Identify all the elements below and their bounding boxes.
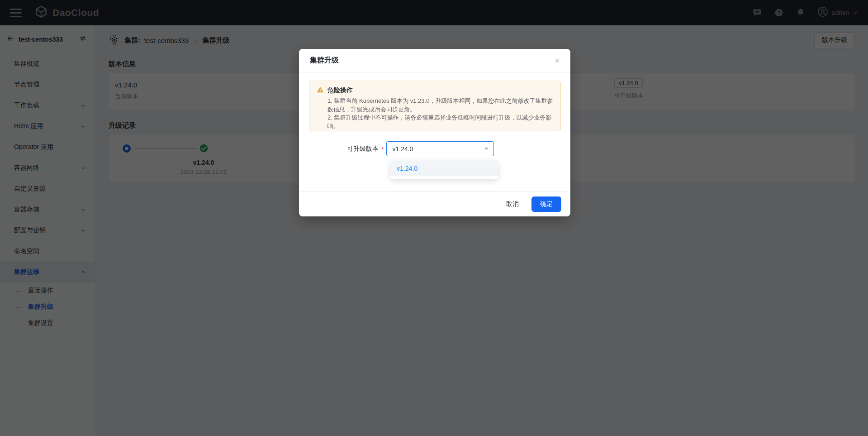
cluster-upgrade-modal: 集群升级 × 危险操作 1. 集群当前 Kubernetes 版本为 v1.23… [299,49,570,216]
danger-warning-box: 危险操作 1. 集群当前 Kubernetes 版本为 v1.23.0，升级版本… [309,81,561,131]
upgradable-version-label: 可升级版本 [299,145,379,153]
cancel-button[interactable]: 取消 [500,196,525,212]
upgradable-version-form-row: 可升级版本 * [299,141,570,156]
close-icon[interactable]: × [555,57,560,65]
version-dropdown: v1.24.0 [390,161,498,179]
warning-title: 危险操作 [327,86,353,95]
warning-line-1: 1. 集群当前 Kubernetes 版本为 v1.23.0，升级版本相同，如果… [327,97,553,114]
dropdown-option-v1-24-0[interactable]: v1.24.0 [390,161,498,176]
upgradable-version-select[interactable] [386,141,494,156]
confirm-button[interactable]: 确定 [531,196,561,212]
required-mark: * [381,146,384,153]
modal-title: 集群升级 [310,56,339,65]
warning-line-2: 2. 集群升级过程中不可操作，请务必慎重选择业务低峰时间段进行升级，以减少业务影… [327,114,553,130]
chevron-up-icon [484,146,489,152]
warning-triangle-icon [317,86,324,95]
